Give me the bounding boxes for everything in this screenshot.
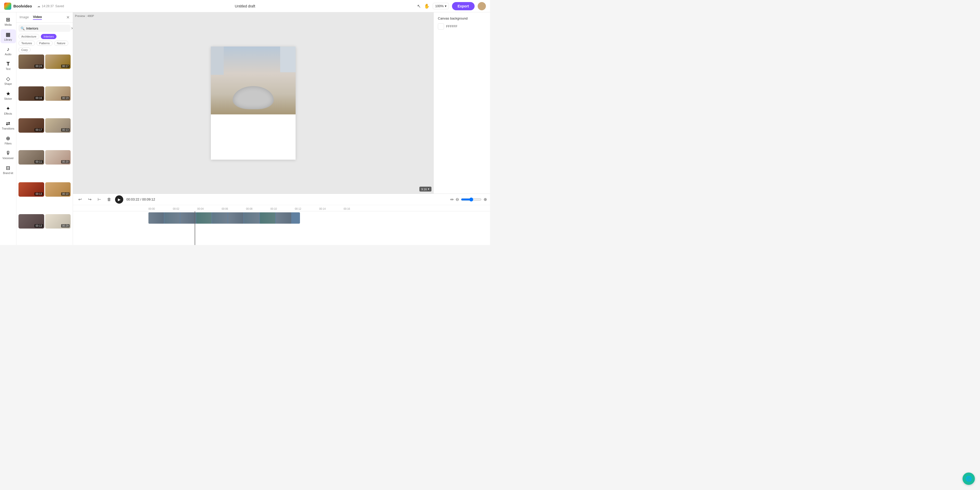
main-layout: ⊞ Media ▦ Library ♪ Audio T Text ◇ Shape… <box>0 12 490 245</box>
play-button[interactable]: ▶ <box>115 195 123 204</box>
video-thumb-2[interactable]: 00:17 <box>45 54 71 69</box>
total-time: 00:09:12 <box>142 198 155 201</box>
filter-tag-architecture[interactable]: Architecture <box>19 34 39 39</box>
aspect-ratio-badge[interactable]: 9:16 ▾ <box>419 187 431 192</box>
video-grid: 00:24 00:17 00:16 00:19 00:17 00:13 00:1… <box>16 54 73 245</box>
sidebar-item-effects[interactable]: ✦ Effects <box>0 103 16 117</box>
text-icon: T <box>6 61 10 67</box>
ruler-tick-5: 00:10 <box>270 207 295 210</box>
ruler-tick-6: 00:12 <box>295 207 319 210</box>
time-display: 00:03:22 / 00:09:12 <box>126 198 155 201</box>
timeline-right-controls: ⇔ ⊖ ⊕ <box>450 197 487 202</box>
color-swatch[interactable] <box>438 23 444 30</box>
filter-tag-interiors[interactable]: Interiors <box>41 34 57 39</box>
clip-thumb-3 <box>180 212 196 223</box>
ruler-ticks: 00:00 00:02 00:04 00:06 00:08 00:10 00:1… <box>148 207 368 210</box>
redo-button[interactable]: ↪ <box>86 196 94 203</box>
cloud-icon: ☁ <box>37 4 40 8</box>
topbar: Boolvideo ☁ 14:28:37 Saved Untitled draf… <box>0 0 490 12</box>
zoom-in-icon[interactable]: ⊕ <box>484 197 487 202</box>
filters-icon: ⊕ <box>6 135 10 141</box>
sidebar-item-sticker[interactable]: ★ Sticker <box>0 88 16 102</box>
zoom-slider[interactable] <box>461 198 482 201</box>
filter-tag-textures[interactable]: Textures <box>19 41 35 46</box>
ruler-tick-4: 00:08 <box>246 207 270 210</box>
building-right <box>280 46 296 72</box>
ruler-tick-1: 00:02 <box>173 207 197 210</box>
sticker-icon: ★ <box>6 91 11 97</box>
search-icon: 🔍 <box>21 27 25 30</box>
playhead[interactable] <box>195 211 195 245</box>
sidebar-item-shape[interactable]: ◇ Shape <box>0 73 16 88</box>
video-thumb-10[interactable]: 00:10 <box>45 182 71 197</box>
sidebar-item-text[interactable]: T Text <box>0 59 16 72</box>
split-button[interactable]: ⊢ <box>95 196 103 203</box>
zoom-control[interactable]: 100% ▾ <box>433 3 449 9</box>
sidebar-item-audio[interactable]: ♪ Audio <box>0 44 16 58</box>
video-thumb-12[interactable]: 00:29 <box>45 214 71 228</box>
logo-icon <box>4 3 11 10</box>
sidebar-label-library: Library <box>4 38 12 41</box>
sidebar-item-media[interactable]: ⊞ Media <box>0 14 16 28</box>
sidebar-item-library[interactable]: ▦ Library <box>0 29 16 43</box>
sidebar-item-transitions[interactable]: ⇄ Transitions <box>0 118 16 132</box>
canvas-bg: Preview : 480P 9:16 ▾ <box>73 12 433 193</box>
panel-close-button[interactable]: ✕ <box>66 15 70 20</box>
video-duration-8: 00:20 <box>61 160 70 163</box>
video-thumb-3[interactable]: 00:16 <box>19 86 44 101</box>
tab-video[interactable]: Video <box>33 15 42 20</box>
search-bar: 🔍 ✕ ⊟ <box>19 25 71 32</box>
zoom-chevron-icon: ▾ <box>445 4 447 8</box>
search-input[interactable] <box>26 27 69 30</box>
filter-tag-cozy[interactable]: Cozy <box>19 47 30 53</box>
video-thumb-4[interactable]: 00:19 <box>45 86 71 101</box>
video-clip[interactable] <box>148 212 300 223</box>
ruler-tick-0: 00:00 <box>148 207 173 210</box>
save-info: ☁ 14:28:37 Saved <box>37 4 64 8</box>
zoom-out-icon[interactable]: ⊖ <box>456 197 459 202</box>
hand-icon[interactable]: ✋ <box>424 3 430 9</box>
video-duration-9: 00:13 <box>34 192 43 196</box>
delete-button[interactable]: 🗑 <box>105 196 113 203</box>
video-duration-6: 00:13 <box>61 128 70 132</box>
sidebar-label-shape: Shape <box>4 83 12 85</box>
document-title: Untitled draft <box>235 4 255 8</box>
video-thumb-6[interactable]: 00:13 <box>45 118 71 132</box>
video-thumb-5[interactable]: 00:17 <box>19 118 44 132</box>
video-thumb-1[interactable]: 00:24 <box>19 54 44 69</box>
video-thumb-11[interactable]: 00:13 <box>19 214 44 228</box>
video-track <box>148 211 490 225</box>
canvas-frame <box>211 46 296 160</box>
video-thumb-7[interactable]: 00:11 <box>19 150 44 164</box>
video-thumb-9[interactable]: 00:13 <box>19 182 44 197</box>
fit-to-window-icon[interactable]: ⇔ <box>450 197 453 202</box>
search-clear-icon[interactable]: ✕ <box>71 26 73 30</box>
video-duration-5: 00:17 <box>34 128 43 132</box>
tab-image[interactable]: Image <box>19 15 29 19</box>
sidebar-label-media: Media <box>5 23 11 26</box>
user-avatar[interactable] <box>478 2 486 10</box>
sidebar-label-sticker: Sticker <box>4 97 12 100</box>
video-duration-3: 00:16 <box>34 96 43 100</box>
preview-label: Preview : 480P <box>75 14 94 18</box>
voiceover-icon: 🎙 <box>6 150 11 156</box>
sidebar-item-brandkit[interactable]: ⊟ Brand kit <box>0 163 16 177</box>
undo-button[interactable]: ↩ <box>76 196 84 203</box>
clip-thumb-8 <box>260 212 275 223</box>
ruler-tick-3: 00:06 <box>222 207 246 210</box>
sidebar-icons: ⊞ Media ▦ Library ♪ Audio T Text ◇ Shape… <box>0 12 16 245</box>
canvas-area: Preview : 480P 9:16 ▾ <box>73 12 433 193</box>
timeline-area: ↩ ↪ ⊢ 🗑 ▶ 00:03:22 / 00:09:12 ⇔ ⊖ ⊕ <box>73 193 490 245</box>
sidebar-item-voiceover[interactable]: 🎙 Voiceover <box>0 148 16 162</box>
filter-tag-nature[interactable]: Nature <box>54 41 68 46</box>
aspect-ratio-chevron-icon: ▾ <box>428 187 430 191</box>
sidebar-label-audio: Audio <box>5 53 11 56</box>
video-duration-2: 00:17 <box>61 64 70 68</box>
logo: Boolvideo <box>4 3 32 10</box>
filter-tag-patterns[interactable]: Patterns <box>37 41 52 46</box>
video-thumb-8[interactable]: 00:20 <box>45 150 71 164</box>
cursor-icon[interactable]: ↖ <box>417 3 421 9</box>
sidebar-item-filters[interactable]: ⊕ Filters <box>0 133 16 147</box>
zoom-value: 100% <box>435 4 444 8</box>
export-button[interactable]: Export <box>452 2 474 10</box>
